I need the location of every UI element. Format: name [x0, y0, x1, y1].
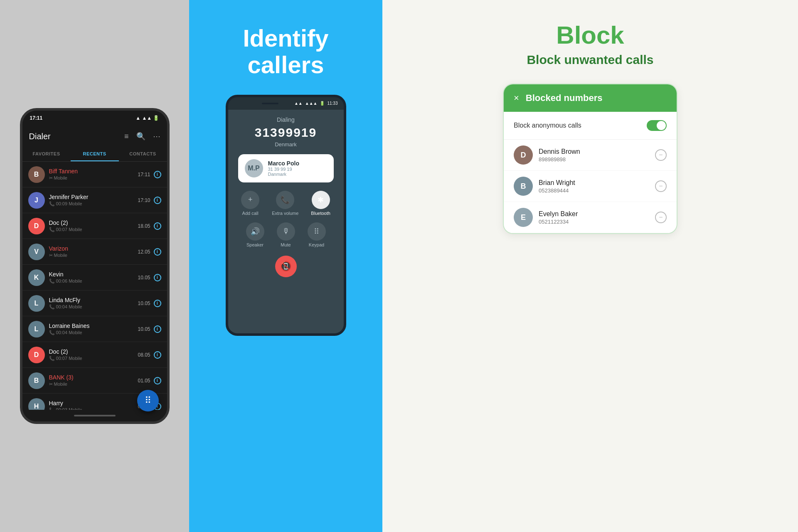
call-screen: Dialing 31399919 Denmark M.P Marco Polo … — [228, 110, 344, 333]
signal-icon: ▲▲▲ — [305, 101, 318, 106]
call-time-doc1: 18.05 — [138, 223, 150, 229]
contact-name-brian: Brian Wright — [539, 179, 649, 187]
search-icon[interactable]: 🔍 — [136, 132, 145, 141]
blocked-header-title: Blocked numbers — [526, 93, 603, 103]
call-name-varizon: Varizon — [49, 245, 138, 252]
unblock-button-evelyn[interactable]: − — [655, 212, 667, 223]
call-time-varizon: 12.05 — [138, 249, 150, 255]
tabs-row: FAVORITES RECENTS CONTACTS — [22, 147, 167, 162]
info-icon-kevin[interactable]: i — [154, 274, 161, 281]
call-info-lorraine: Lorraine Baines 📞 00:04 Mobile — [49, 323, 138, 335]
phone-header: Dialer ≡ 🔍 ⋯ — [22, 126, 167, 147]
call-time-doc2: 08.05 — [138, 352, 150, 358]
wifi-icon: ▲▲ — [294, 101, 303, 106]
caller-card-info: Marco Polo 31 39 99 19 Danmark — [268, 160, 299, 177]
block-title: Block — [556, 21, 624, 49]
menu-icon[interactable]: ≡ — [124, 132, 129, 141]
call-item-lorraine[interactable]: L Lorraine Baines 📞 00:04 Mobile 10.05 i — [22, 316, 167, 342]
info-icon-biff[interactable]: i — [154, 171, 161, 178]
call-sub-jennifer: 📞 00:09 Mobile — [49, 201, 138, 207]
avatar-brian: B — [514, 177, 533, 196]
info-icon-lorraine[interactable]: i — [154, 325, 161, 333]
speaker-icon: 🔊 — [246, 222, 264, 241]
caller-card-number: 31 39 99 19 — [268, 167, 299, 172]
extra-volume-icon: 📞 — [276, 191, 294, 209]
tab-contacts[interactable]: CONTACTS — [119, 147, 167, 161]
tab-favorites[interactable]: FAVORITES — [22, 147, 71, 161]
block-subtitle: Block unwanted calls — [527, 53, 653, 67]
contact-name-dennis: Dennis Brown — [539, 148, 649, 155]
call-time-bank: 01.05 — [138, 378, 150, 384]
call-controls-row1: + Add call 📞 Extra volume ✱ Bluetooth — [241, 191, 330, 216]
info-icon-varizon[interactable]: i — [154, 248, 161, 256]
call-item-doc2[interactable]: D Doc (2) 📞 00:07 Mobile 08.05 i — [22, 342, 167, 368]
call-time-biff: 17:11 — [138, 172, 150, 177]
call-item-linda[interactable]: L Linda McFly 📞 00:04 Mobile 10.05 i — [22, 291, 167, 316]
unblock-button-dennis[interactable]: − — [655, 149, 667, 161]
avatar-bank: B — [28, 372, 45, 389]
info-icon-jennifer[interactable]: i — [154, 197, 161, 204]
unblock-button-brian[interactable]: − — [655, 180, 667, 192]
contact-info-brian: Brian Wright 0523889444 — [539, 179, 649, 194]
call-time-linda: 10.05 — [138, 300, 150, 306]
avatar-evelyn: E — [514, 208, 533, 227]
call-info-kevin: Kevin 📞 00:06 Mobile — [49, 271, 138, 284]
call-item-kevin[interactable]: K Kevin 📞 00:06 Mobile 10.05 i — [22, 265, 167, 291]
speaker-button[interactable]: 🔊 Speaker — [246, 222, 264, 247]
call-name-kevin: Kevin — [49, 271, 138, 278]
avatar-kevin: K — [28, 269, 45, 286]
extra-volume-button[interactable]: 📞 Extra volume — [272, 191, 298, 216]
dialpad-fab[interactable]: ⠿ — [137, 390, 159, 411]
call-sub-biff: ✂ Mobile — [49, 175, 138, 181]
battery-icon: 🔋 — [320, 101, 325, 106]
add-call-icon: + — [241, 191, 259, 209]
info-icon-doc1[interactable]: i — [154, 222, 161, 230]
end-call-button[interactable]: 📵 — [275, 256, 297, 277]
close-icon[interactable]: × — [514, 93, 519, 103]
add-call-button[interactable]: + Add call — [241, 191, 259, 216]
call-sub-doc1: 📞 00:07 Mobile — [49, 227, 138, 232]
contact-info-evelyn: Evelyn Baker 0521122334 — [539, 210, 649, 225]
contact-name-evelyn: Evelyn Baker — [539, 210, 649, 218]
call-item-doc1[interactable]: D Doc (2) 📞 00:07 Mobile 18.05 i — [22, 213, 167, 239]
call-name-jennifer: Jennifer Parker — [49, 194, 138, 200]
panel-dialer: 17:11 ▲ ▲▲ 🔋 Dialer ≡ 🔍 ⋯ FAVORITES RECE… — [0, 0, 189, 532]
contact-number-brian: 0523889444 — [539, 187, 649, 194]
block-anonymous-row: Block anonymous calls — [504, 112, 677, 140]
keypad-label: Keypad — [309, 242, 324, 247]
call-sub-varizon: ✂ Mobile — [49, 253, 138, 258]
android-top-bar: ▲▲ ▲▲▲ 🔋 11:33 — [228, 97, 344, 110]
android-status: ▲▲ ▲▲▲ 🔋 11:33 — [294, 101, 338, 106]
more-icon[interactable]: ⋯ — [153, 132, 160, 141]
caller-card: M.P Marco Polo 31 39 99 19 Danmark — [238, 154, 334, 182]
info-icon-bank[interactable]: i — [154, 377, 161, 384]
tab-recents[interactable]: RECENTS — [71, 147, 119, 161]
blocked-contact-evelyn: E Evelyn Baker 0521122334 − — [504, 202, 677, 233]
call-item-varizon[interactable]: V Varizon ✂ Mobile 12.05 i — [22, 239, 167, 265]
mute-button[interactable]: 🎙 Mute — [277, 222, 295, 247]
keypad-button[interactable]: ⠿ Keypad — [308, 222, 326, 247]
call-controls-row2: 🔊 Speaker 🎙 Mute ⠿ Keypad — [246, 222, 326, 247]
block-anon-toggle[interactable] — [647, 120, 667, 131]
mute-label: Mute — [281, 242, 291, 247]
call-list: B Biff Tannen ✂ Mobile 17:11 i J Jennife… — [22, 162, 167, 410]
clock: 11:33 — [327, 101, 337, 106]
call-item-biff[interactable]: B Biff Tannen ✂ Mobile 17:11 i — [22, 162, 167, 187]
call-name-doc2: Doc (2) — [49, 348, 138, 355]
call-item-jennifer[interactable]: J Jennifer Parker 📞 00:09 Mobile 17:10 i — [22, 187, 167, 213]
keypad-icon: ⠿ — [308, 222, 326, 241]
panel-identify: Identifycallers ▲▲ ▲▲▲ 🔋 11:33 Dialing 3… — [189, 0, 382, 532]
avatar-linda: L — [28, 295, 45, 312]
avatar-varizon: V — [28, 244, 45, 260]
call-info-bank: BANK (3) ✂ Mobile — [49, 374, 138, 387]
blocked-contact-dennis: D Dennis Brown 898989898 − — [504, 140, 677, 171]
call-name-harry: Harry — [49, 400, 138, 406]
dialing-label: Dialing — [277, 116, 295, 123]
avatar-doc2: D — [28, 347, 45, 363]
info-icon-linda[interactable]: i — [154, 300, 161, 307]
call-name-linda: Linda McFly — [49, 297, 138, 303]
home-bar-line — [74, 415, 116, 416]
info-icon-doc2[interactable]: i — [154, 351, 161, 359]
bluetooth-button[interactable]: ✱ Bluetooth — [311, 191, 330, 216]
status-time: 17:11 — [30, 115, 43, 121]
